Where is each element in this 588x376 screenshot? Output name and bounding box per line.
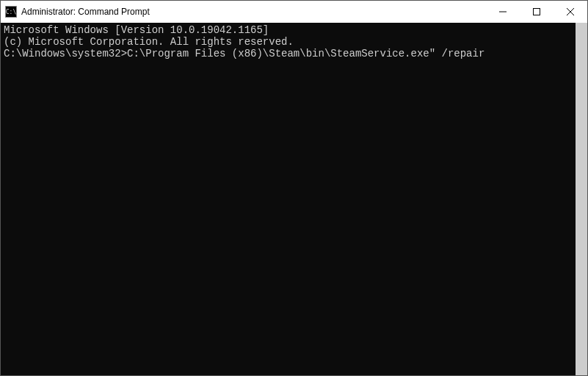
minimize-icon xyxy=(499,8,507,15)
svg-rect-1 xyxy=(534,9,540,15)
maximize-icon xyxy=(533,8,540,15)
minimize-button[interactable] xyxy=(486,1,520,23)
terminal-prompt-line: C:\Windows\system32>C:\Program Files (x8… xyxy=(4,48,573,59)
close-icon xyxy=(567,8,574,15)
terminal-line: Microsoft Windows [Version 10.0.19042.11… xyxy=(4,24,573,36)
terminal-content[interactable]: Microsoft Windows [Version 10.0.19042.11… xyxy=(1,23,576,375)
scrollbar-thumb[interactable] xyxy=(576,23,587,375)
window-controls xyxy=(486,1,587,23)
terminal-area: Microsoft Windows [Version 10.0.19042.11… xyxy=(1,23,587,375)
terminal-prompt: C:\Windows\system32> xyxy=(4,48,127,59)
terminal-command: C:\Program Files (x86)\Steam\bin\SteamSe… xyxy=(127,48,484,59)
maximize-button[interactable] xyxy=(520,1,553,23)
command-prompt-window: C:\ Administrator: Command Prompt Mi xyxy=(0,0,588,376)
terminal-line: (c) Microsoft Corporation. All rights re… xyxy=(4,36,573,48)
window-title: Administrator: Command Prompt xyxy=(21,7,150,17)
close-button[interactable] xyxy=(553,1,587,23)
titlebar[interactable]: C:\ Administrator: Command Prompt xyxy=(1,1,587,23)
vertical-scrollbar[interactable] xyxy=(576,23,587,375)
cmd-icon: C:\ xyxy=(5,6,17,18)
